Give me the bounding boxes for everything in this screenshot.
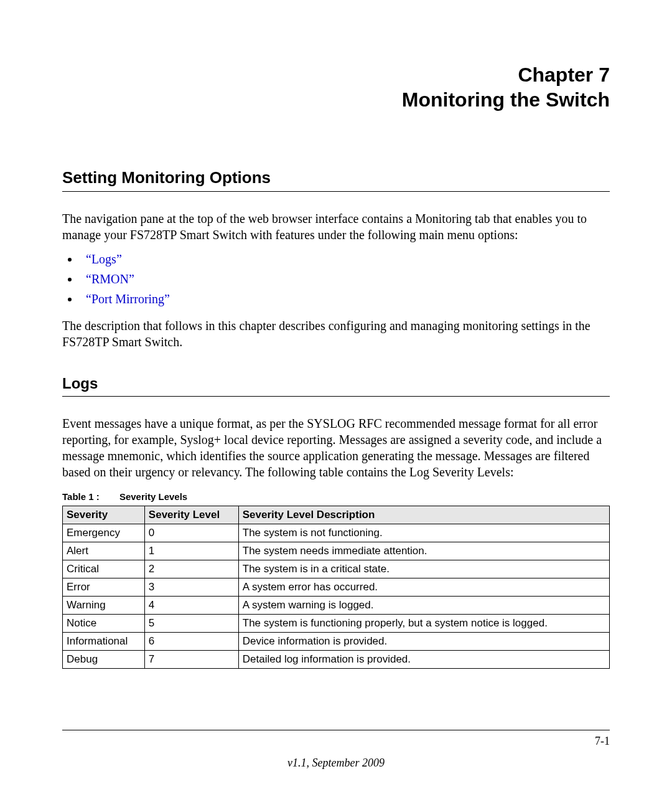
table-row: Error 3 A system error has occurred. — [63, 578, 610, 597]
cell-description: The system is in a critical state. — [238, 560, 609, 578]
logs-paragraph: Event messages have a unique format, as … — [62, 415, 610, 480]
table-row: Critical 2 The system is in a critical s… — [63, 560, 610, 578]
port-mirroring-link[interactable]: “Port Mirroring” — [86, 292, 170, 306]
cell-description: A system error has occurred. — [238, 578, 609, 597]
cell-level: 0 — [144, 524, 238, 542]
footer-divider — [62, 730, 610, 731]
cell-level: 1 — [144, 542, 238, 560]
cell-description: The system is functioning properly, but … — [238, 615, 609, 633]
list-item: “RMON” — [80, 269, 610, 289]
cell-description: The system is not functioning. — [238, 524, 609, 542]
section-heading-logs: Logs — [62, 375, 610, 397]
cell-severity: Error — [63, 578, 145, 597]
col-header-severity: Severity — [63, 506, 145, 524]
cell-severity: Warning — [63, 597, 145, 615]
chapter-name: Monitoring the Switch — [62, 87, 610, 112]
intro-paragraph-2: The description that follows in this cha… — [62, 318, 610, 350]
cell-level: 7 — [144, 651, 238, 669]
table-number-label: Table 1 : — [62, 491, 100, 502]
cell-level: 4 — [144, 597, 238, 615]
page-number: 7-1 — [595, 735, 610, 748]
table-header-row: Severity Severity Level Severity Level D… — [63, 506, 610, 524]
table-row: Informational 6 Device information is pr… — [63, 633, 610, 651]
table-row: Notice 5 The system is functioning prope… — [63, 615, 610, 633]
table-row: Alert 1 The system needs immediate atten… — [63, 542, 610, 560]
version-label: v1.1, September 2009 — [62, 757, 610, 770]
col-header-description: Severity Level Description — [238, 506, 609, 524]
table-title-label: Severity Levels — [119, 491, 187, 502]
cell-severity: Emergency — [63, 524, 145, 542]
cell-description: Device information is provided. — [238, 633, 609, 651]
cell-description: Detailed log information is provided. — [238, 651, 609, 669]
cell-description: A system warning is logged. — [238, 597, 609, 615]
section-heading-monitoring-options: Setting Monitoring Options — [62, 168, 610, 192]
cell-level: 6 — [144, 633, 238, 651]
chapter-title-block: Chapter 7 Monitoring the Switch — [62, 62, 610, 112]
col-header-level: Severity Level — [144, 506, 238, 524]
cell-level: 5 — [144, 615, 238, 633]
cell-severity: Informational — [63, 633, 145, 651]
document-page: Chapter 7 Monitoring the Switch Setting … — [0, 0, 672, 807]
logs-link[interactable]: “Logs” — [86, 252, 122, 266]
cell-severity: Notice — [63, 615, 145, 633]
list-item: “Port Mirroring” — [80, 289, 610, 309]
list-item: “Logs” — [80, 249, 610, 269]
intro-paragraph-1: The navigation pane at the top of the we… — [62, 210, 610, 243]
chapter-number: Chapter 7 — [62, 62, 610, 87]
table-row: Debug 7 Detailed log information is prov… — [63, 651, 610, 669]
table-row: Warning 4 A system warning is logged. — [63, 597, 610, 615]
cell-level: 3 — [144, 578, 238, 597]
cell-severity: Critical — [63, 560, 145, 578]
table-caption: Table 1 : Severity Levels — [62, 491, 610, 502]
menu-options-list: “Logs” “RMON” “Port Mirroring” — [62, 249, 610, 309]
page-footer: 7-1 v1.1, September 2009 — [62, 730, 610, 770]
cell-description: The system needs immediate attention. — [238, 542, 609, 560]
cell-level: 2 — [144, 560, 238, 578]
rmon-link[interactable]: “RMON” — [86, 272, 134, 286]
severity-levels-table: Severity Severity Level Severity Level D… — [62, 506, 610, 669]
cell-severity: Debug — [63, 651, 145, 669]
table-row: Emergency 0 The system is not functionin… — [63, 524, 610, 542]
cell-severity: Alert — [63, 542, 145, 560]
